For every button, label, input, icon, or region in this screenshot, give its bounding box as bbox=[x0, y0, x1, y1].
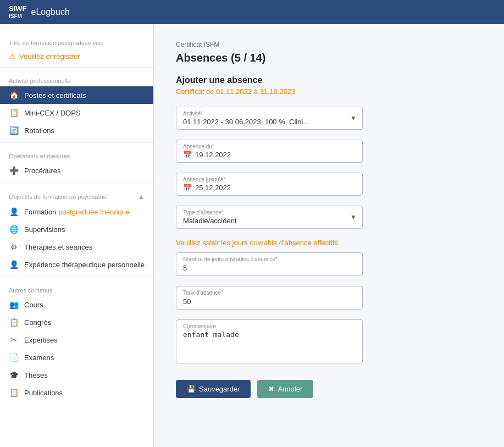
sidebar-item-postes[interactable]: 🏠 Postes et certificats bbox=[0, 86, 153, 104]
commentaire-field[interactable]: Commentaire bbox=[176, 319, 363, 363]
publications-icon: 📋 bbox=[9, 388, 19, 397]
formation-icon: 👤 bbox=[9, 207, 19, 216]
type-absence-group: Type d'absence* Maladie/accident Congé m… bbox=[176, 206, 482, 229]
section-autres-label: Autres contenus bbox=[0, 280, 153, 296]
sidebar-item-examens-label: Examens bbox=[24, 354, 54, 362]
sidebar-item-postes-label: Postes et certificats bbox=[24, 91, 86, 100]
sidebar-item-congres-label: Congrès bbox=[24, 318, 51, 327]
theses-icon: 🎓 bbox=[9, 371, 19, 379]
breadcrumb: Certificat ISFM bbox=[176, 41, 482, 48]
procedures-icon: ➕ bbox=[9, 166, 19, 175]
absence-du-label: Absence du* bbox=[183, 144, 356, 150]
absence-du-value: 📅 19.12.2022 bbox=[183, 151, 356, 159]
commentaire-input[interactable] bbox=[183, 330, 356, 358]
section-formation-label: Titre de formation postgraduée visé bbox=[0, 33, 153, 48]
sidebar-item-formation-theorique[interactable]: 👤 Formation postgraduée théorique bbox=[0, 203, 153, 220]
experience-icon: 👤 bbox=[9, 260, 19, 269]
cancel-icon: ✖ bbox=[268, 385, 274, 393]
sidebar-item-congres[interactable]: 📋 Congrès bbox=[0, 313, 153, 331]
absence-jusqua-field[interactable]: Absence jusqu'à* 📅 25.12.2022 bbox=[176, 173, 363, 196]
button-row: 💾 Sauvegarder ✖ Annuler bbox=[176, 380, 482, 398]
logo: SIWF ISFM bbox=[9, 4, 27, 20]
activite-value: 01.11.2022 - 30.06.2023, 100 %, Clini... bbox=[183, 118, 356, 126]
sidebar-item-therapies-label: Thérapies et séances bbox=[24, 243, 92, 251]
sidebar-item-minicex-label: Mini-CEX / DOPS bbox=[24, 109, 81, 117]
commentaire-label: Commentaire bbox=[183, 323, 356, 329]
sidebar: Titre de formation postgraduée visé ⚠ Ve… bbox=[0, 24, 154, 447]
calendar-icon-jusqua: 📅 bbox=[183, 184, 192, 192]
divider-4 bbox=[0, 277, 153, 277]
type-absence-value: Maladie/accident Congé maternité Acciden… bbox=[183, 217, 356, 225]
nb-jours-field[interactable]: Nombre de jours ouvrables d'absence* bbox=[176, 252, 363, 276]
sidebar-item-theses[interactable]: 🎓 Thèses bbox=[0, 366, 153, 384]
sidebar-item-publications-label: Publications bbox=[24, 389, 63, 397]
congres-icon: 📋 bbox=[9, 318, 19, 327]
sidebar-item-minicex[interactable]: 📋 Mini-CEX / DOPS bbox=[0, 104, 153, 122]
sidebar-item-formation-label: Formation postgraduée théorique bbox=[24, 208, 130, 216]
taux-label: Taux d'absence* bbox=[183, 290, 356, 296]
taux-input[interactable] bbox=[183, 297, 356, 306]
activite-field[interactable]: Activité* 01.11.2022 - 30.06.2023, 100 %… bbox=[176, 107, 363, 130]
sidebar-item-supervisions-label: Supervisions bbox=[24, 225, 65, 234]
calendar-icon-du: 📅 bbox=[183, 151, 192, 159]
taux-field[interactable]: Taux d'absence* bbox=[176, 286, 363, 310]
divider-3 bbox=[0, 183, 153, 183]
alert-text: Veuillez saisir les jours ouvrable d'abs… bbox=[176, 239, 482, 247]
sidebar-item-examens[interactable]: 📄 Examens bbox=[0, 349, 153, 366]
section-operations-label: Opérations et mesures bbox=[0, 146, 153, 162]
section-objectifs-label: Objectifs de formation en psychiatrie ▲ bbox=[0, 186, 153, 203]
activite-select[interactable]: 01.11.2022 - 30.06.2023, 100 %, Clini... bbox=[183, 118, 356, 126]
examens-icon: 📄 bbox=[9, 353, 19, 362]
sidebar-item-cours[interactable]: 👥 Cours bbox=[0, 296, 153, 313]
nb-jours-group: Nombre de jours ouvrables d'absence* bbox=[176, 252, 482, 276]
nb-jours-label: Nombre de jours ouvrables d'absence* bbox=[183, 256, 356, 262]
absence-jusqua-date: 25.12.2022 bbox=[195, 184, 231, 192]
absence-jusqua-group: Absence jusqu'à* 📅 25.12.2022 bbox=[176, 173, 482, 196]
warning-text: Veuillez enregistrer bbox=[19, 52, 80, 60]
logo-isfm: ISFM bbox=[9, 13, 27, 20]
warning-row: ⚠ Veuillez enregistrer bbox=[0, 48, 153, 64]
absence-jusqua-label: Absence jusqu'à* bbox=[183, 176, 356, 183]
type-absence-field[interactable]: Type d'absence* Maladie/accident Congé m… bbox=[176, 206, 363, 229]
commentaire-group: Commentaire bbox=[176, 319, 482, 363]
home-icon: 🏠 bbox=[9, 91, 19, 100]
sidebar-item-rotations-label: Rotations bbox=[24, 126, 54, 135]
save-icon: 💾 bbox=[187, 385, 196, 393]
activite-label: Activité* bbox=[183, 111, 356, 117]
section-activite-label: Activité professionnelle bbox=[0, 71, 153, 86]
nb-jours-input[interactable] bbox=[183, 264, 356, 272]
sidebar-item-expertises[interactable]: ✂ Expertises bbox=[0, 331, 153, 349]
absence-du-group: Absence du* 📅 19.12.2022 bbox=[176, 140, 482, 163]
sidebar-item-cours-label: Cours bbox=[24, 301, 43, 309]
cours-icon: 👥 bbox=[9, 300, 19, 309]
section-title: Ajouter une absence bbox=[176, 75, 482, 85]
sidebar-item-procedures-label: Procédures bbox=[24, 167, 60, 175]
sidebar-item-therapies[interactable]: ⚙ Thérapies et séances bbox=[0, 238, 153, 256]
main-content: Certificat ISFM Absences (5 / 14) Ajoute… bbox=[154, 24, 504, 447]
header: SIWF ISFM eLogbuch bbox=[0, 0, 504, 24]
sidebar-item-theses-label: Thèses bbox=[24, 371, 48, 379]
rotations-icon: 🔄 bbox=[9, 126, 19, 135]
cancel-button[interactable]: ✖ Annuler bbox=[257, 380, 313, 398]
divider-1 bbox=[0, 67, 153, 68]
activite-group: Activité* 01.11.2022 - 30.06.2023, 100 %… bbox=[176, 107, 482, 130]
save-button[interactable]: 💾 Sauvegarder bbox=[176, 380, 251, 398]
sidebar-item-publications[interactable]: 📋 Publications bbox=[0, 384, 153, 401]
sidebar-item-procedures[interactable]: ➕ Procédures bbox=[0, 162, 153, 179]
warning-icon: ⚠ bbox=[9, 52, 16, 60]
sidebar-item-supervisions[interactable]: 🌐 Supervisions bbox=[0, 220, 153, 238]
sidebar-item-experience[interactable]: 👤 Expérience thérapeutique personnelle bbox=[0, 256, 153, 273]
absence-du-date: 19.12.2022 bbox=[195, 151, 231, 159]
taux-group: Taux d'absence* bbox=[176, 286, 482, 310]
collapse-icon: ▲ bbox=[138, 193, 145, 201]
logo-siwf: SIWF bbox=[9, 4, 27, 13]
absence-du-field[interactable]: Absence du* 📅 19.12.2022 bbox=[176, 140, 363, 163]
objectifs-label-text: Objectifs de formation en psychiatrie bbox=[9, 194, 107, 200]
type-absence-select[interactable]: Maladie/accident Congé maternité Acciden… bbox=[183, 217, 356, 225]
absence-jusqua-value: 📅 25.12.2022 bbox=[183, 184, 356, 192]
sidebar-item-rotations[interactable]: 🔄 Rotations bbox=[0, 122, 153, 139]
cert-date: Certificat de 01.11.2022 à 31.10.2023 bbox=[176, 87, 482, 96]
page-title: Absences (5 / 14) bbox=[176, 52, 482, 64]
minicex-icon: 📋 bbox=[9, 108, 19, 117]
save-label: Sauvegarder bbox=[199, 385, 240, 393]
